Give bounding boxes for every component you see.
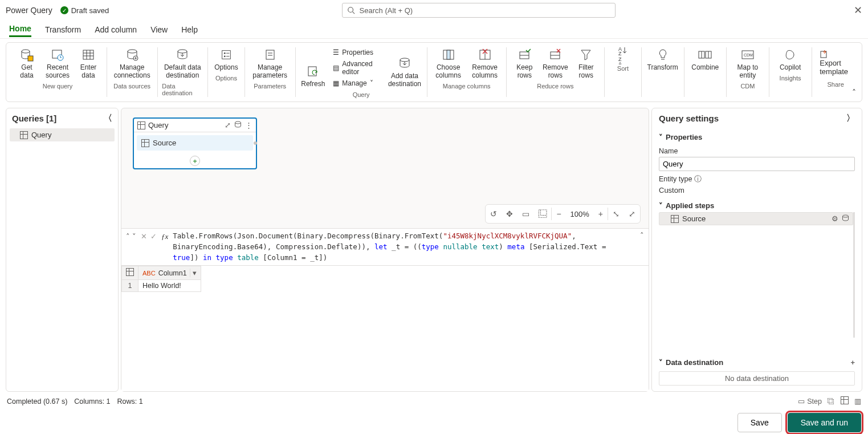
- diagram-view-icon[interactable]: ⿻: [828, 398, 835, 405]
- map-to-entity-button[interactable]: CDMMap toentity: [731, 46, 764, 81]
- draft-label: Draft saved: [71, 6, 109, 15]
- fit-icon[interactable]: ▭: [517, 209, 534, 218]
- svg-point-16: [224, 55, 226, 57]
- group-label-data-destination: Data destination: [162, 83, 203, 96]
- expand-right-icon[interactable]: 〉: [846, 113, 855, 124]
- map-icon[interactable]: ⿺: [534, 209, 551, 218]
- zoom-out-icon[interactable]: −: [552, 209, 565, 218]
- add-destination-icon[interactable]: +: [850, 358, 855, 367]
- row-header[interactable]: 1: [122, 280, 138, 292]
- close-icon[interactable]: ✕: [854, 4, 862, 17]
- get-data-button[interactable]: Getdata: [13, 46, 40, 81]
- step-forward-icon[interactable]: ˅: [132, 232, 136, 241]
- database-icon: [19, 47, 35, 62]
- expand-formula-icon[interactable]: ˄: [640, 231, 644, 240]
- step-db-icon[interactable]: [842, 214, 849, 223]
- query-item[interactable]: Query: [10, 128, 115, 141]
- draft-status: ✓ Draft saved: [60, 6, 109, 15]
- connections-icon: [124, 47, 140, 62]
- tab-view[interactable]: View: [150, 23, 168, 36]
- refresh-button[interactable]: Refresh: [300, 63, 326, 90]
- pan-icon[interactable]: ✥: [502, 209, 517, 218]
- applied-steps-section[interactable]: ˅Applied steps: [659, 199, 855, 212]
- manage-button[interactable]: ▦Manage ˅: [332, 78, 381, 88]
- schema-view-icon[interactable]: ▥: [854, 397, 861, 405]
- properties-button[interactable]: ☰Properties: [332, 47, 381, 58]
- query-node[interactable]: Query ⤢ ⋮ Source +: [133, 117, 257, 169]
- reset-view-icon[interactable]: ↺: [486, 209, 502, 218]
- table-view-icon[interactable]: [841, 396, 849, 406]
- enter-data-button[interactable]: Enterdata: [75, 46, 102, 81]
- group-label-new-query: New query: [43, 83, 73, 90]
- step-view-button[interactable]: ▭ Step: [798, 397, 822, 405]
- cancel-formula-icon[interactable]: ✕: [141, 232, 147, 241]
- grid-icon: [80, 47, 96, 62]
- manage-parameters-button[interactable]: Manageparameters: [250, 46, 291, 81]
- check-icon: ✓: [60, 6, 68, 14]
- status-columns: Columns: 1: [74, 398, 110, 405]
- options-icon: [218, 47, 234, 62]
- zoom-in-icon[interactable]: +: [594, 209, 608, 218]
- combine-button[interactable]: Combine: [688, 46, 722, 73]
- remove-rows-button[interactable]: Removerows: [541, 46, 569, 81]
- queries-title: Queries [1]: [12, 113, 56, 123]
- fullscreen-icon[interactable]: ⤢: [624, 209, 640, 218]
- minimize-icon[interactable]: ⤡: [608, 209, 624, 218]
- step-source[interactable]: Source: [137, 135, 253, 151]
- sort-buttons[interactable]: AZZA: [609, 46, 637, 63]
- properties-section[interactable]: ˅Properties: [659, 131, 855, 144]
- manage-icon: ▦: [333, 79, 339, 87]
- choose-columns-button[interactable]: Choosecolumns: [432, 46, 465, 81]
- copilot-button[interactable]: Copilot: [774, 46, 807, 73]
- data-cell[interactable]: Hello World!: [138, 280, 201, 292]
- transform-button[interactable]: Transform: [646, 46, 679, 73]
- tab-help[interactable]: Help: [181, 23, 198, 36]
- keep-rows-button[interactable]: Keeprows: [511, 46, 538, 81]
- type-text-icon: ABC: [142, 270, 156, 277]
- filter-icon: [578, 47, 594, 62]
- export-icon: [820, 50, 851, 59]
- formula-text[interactable]: Table.FromRows(Json.Document(Binary.Deco…: [173, 231, 635, 263]
- ribbon-collapse-icon[interactable]: ˄: [852, 88, 856, 97]
- tab-transform[interactable]: Transform: [45, 23, 81, 36]
- filter-rows-button[interactable]: Filterrows: [572, 46, 600, 81]
- remove-columns-button[interactable]: Removecolumns: [468, 46, 502, 81]
- svg-rect-25: [447, 50, 450, 59]
- diagram-view[interactable]: Query ⤢ ⋮ Source + ↺ ✥ ▭ ⿺ − 100% +: [121, 108, 649, 228]
- export-template-button[interactable]: Export template: [816, 46, 855, 79]
- add-destination-icon: [397, 56, 413, 71]
- applied-step-source[interactable]: Source ⚙: [659, 212, 853, 225]
- default-data-destination-button[interactable]: Default datadestination: [162, 46, 203, 81]
- query-settings-panel: Query settings〉 ˅Properties Name Entity …: [651, 108, 862, 392]
- svg-point-11: [128, 50, 137, 53]
- column-dropdown-icon[interactable]: ▾: [190, 269, 197, 277]
- save-button[interactable]: Save: [737, 413, 782, 432]
- expand-icon[interactable]: ⤢: [225, 121, 231, 129]
- search-input[interactable]: Search (Alt + Q): [342, 3, 616, 18]
- collapse-left-icon[interactable]: 〈: [104, 113, 112, 124]
- query-name-input[interactable]: [659, 157, 855, 171]
- keep-rows-icon: [516, 47, 532, 62]
- save-and-run-button[interactable]: Save and run: [788, 413, 861, 432]
- info-icon[interactable]: ⓘ: [694, 175, 702, 183]
- advanced-editor-button[interactable]: ▤Advanced editor: [332, 59, 381, 77]
- options-button[interactable]: Options: [213, 46, 240, 73]
- db-icon[interactable]: [234, 121, 242, 129]
- step-back-icon[interactable]: ˄: [126, 232, 130, 241]
- tab-home[interactable]: Home: [9, 22, 31, 37]
- fx-icon[interactable]: ƒx: [161, 231, 168, 241]
- select-all-cell[interactable]: [122, 266, 138, 280]
- entity-type-label: Entity type ⓘ: [659, 175, 855, 184]
- more-icon[interactable]: ⋮: [245, 121, 252, 129]
- recent-sources-button[interactable]: Recentsources: [44, 46, 71, 81]
- chevron-down-icon: ˅: [659, 201, 663, 210]
- accept-formula-icon[interactable]: ✓: [150, 232, 157, 241]
- manage-connections-button[interactable]: Manageconnections: [112, 46, 153, 81]
- add-step-button[interactable]: +: [190, 156, 200, 166]
- settings-title: Query settings: [659, 113, 719, 123]
- tab-add-column[interactable]: Add column: [95, 23, 137, 36]
- choose-columns-icon: [441, 47, 457, 62]
- step-settings-icon[interactable]: ⚙: [832, 214, 838, 223]
- add-data-destination-button[interactable]: Add datadestination: [387, 55, 422, 90]
- column-header[interactable]: ABCColumn1▾: [138, 266, 201, 280]
